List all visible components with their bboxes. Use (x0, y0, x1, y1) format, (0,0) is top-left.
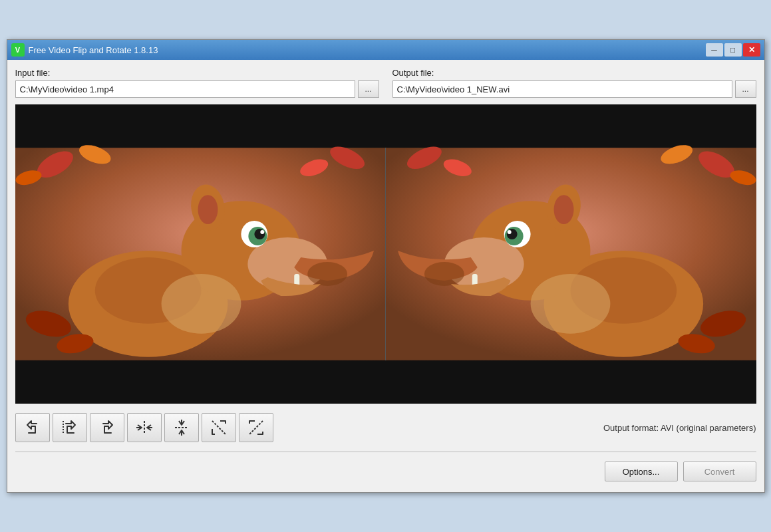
input-file-input-row: ... (15, 80, 379, 98)
controls-row: Output format: AVI (original parameters) (15, 410, 756, 445)
input-file-browse-button[interactable]: ... (358, 80, 379, 98)
output-file-label: Output file: (392, 68, 756, 78)
main-content: Input file: ... Output file: ... (7, 60, 764, 492)
convert-button[interactable]: Convert (683, 462, 756, 481)
rotate-diagonal-button[interactable] (202, 413, 236, 442)
close-button[interactable]: ✕ (743, 43, 760, 57)
svg-point-40 (530, 274, 610, 334)
input-file-field[interactable] (15, 80, 355, 98)
rotate-ccw-flip-button[interactable] (53, 413, 87, 442)
title-bar: V Free Video Flip and Rotate 1.8.13 ─ □ … (7, 40, 764, 60)
window-title: Free Video Flip and Rotate 1.8.13 (29, 45, 158, 55)
svg-point-34 (506, 229, 517, 239)
title-bar-buttons: ─ □ ✕ (706, 43, 760, 57)
right-preview-frame (386, 141, 756, 360)
output-file-group: Output file: ... (392, 68, 756, 98)
output-file-input-row: ... (392, 80, 756, 98)
app-icon: V (11, 43, 25, 57)
file-row: Input file: ... Output file: ... (15, 68, 756, 98)
svg-line-51 (212, 421, 226, 434)
svg-point-37 (553, 195, 573, 224)
output-format-label: Output format: AVI (original parameters) (603, 423, 756, 433)
flip-horizontal-button[interactable] (127, 413, 162, 442)
maximize-button[interactable]: □ (724, 43, 742, 57)
svg-point-13 (260, 230, 264, 234)
options-button[interactable]: Options... (605, 462, 678, 481)
left-preview-frame (15, 141, 386, 360)
svg-point-19 (307, 262, 347, 286)
main-window: V Free Video Flip and Rotate 1.8.13 ─ □ … (7, 39, 765, 493)
rotate-cw-90-button[interactable] (90, 413, 124, 442)
svg-point-18 (161, 274, 241, 334)
flip-vertical-button[interactable] (164, 413, 199, 442)
rotate-ccw-90-button[interactable] (15, 413, 50, 442)
output-file-field[interactable] (392, 80, 732, 98)
transform-buttons (15, 413, 273, 442)
svg-point-35 (507, 230, 511, 234)
input-file-label: Input file: (15, 68, 379, 78)
svg-point-15 (198, 195, 218, 224)
svg-line-54 (249, 421, 263, 434)
svg-point-12 (254, 229, 265, 239)
minimize-button[interactable]: ─ (706, 43, 723, 57)
rotate-anti-diagonal-button[interactable] (239, 413, 273, 442)
separator (15, 452, 756, 452)
input-file-group: Input file: ... (15, 68, 379, 98)
svg-point-41 (424, 262, 464, 286)
output-file-browse-button[interactable]: ... (735, 80, 756, 98)
preview-area (15, 104, 756, 404)
title-bar-left: V Free Video Flip and Rotate 1.8.13 (11, 43, 158, 57)
preview-svg (15, 104, 756, 404)
bottom-row: Options... Convert (15, 458, 756, 484)
